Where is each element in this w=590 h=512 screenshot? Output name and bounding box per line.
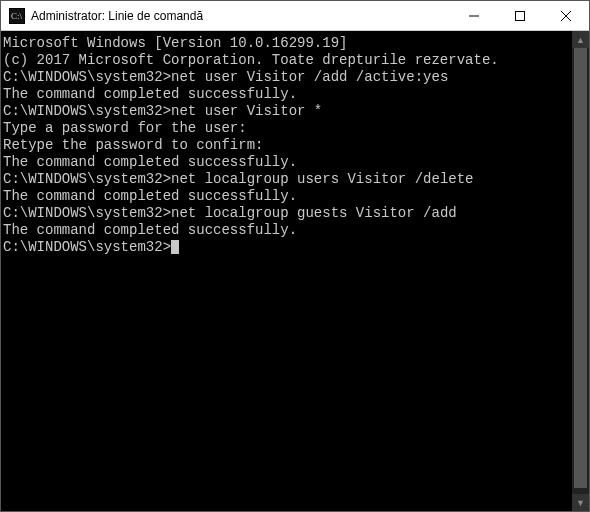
command-text: net localgroup users Visitor /delete [171,171,473,187]
banner-line: Microsoft Windows [Version 10.0.16299.19… [3,35,570,52]
output-line: The command completed successfully. [3,154,570,171]
command-text: net user Visitor /add /active:yes [171,69,448,85]
output-line: The command completed successfully. [3,86,570,103]
cmd-window: C:\ Administrator: Linie de comandă Micr… [0,0,590,512]
minimize-button[interactable] [451,1,497,30]
maximize-button[interactable] [497,1,543,30]
window-title: Administrator: Linie de comandă [31,9,451,23]
command-line: C:\WINDOWS\system32>net user Visitor * [3,103,570,120]
command-line: C:\WINDOWS\system32>net localgroup users… [3,171,570,188]
output-line: The command completed successfully. [3,188,570,205]
prompt: C:\WINDOWS\system32> [3,171,171,187]
command-text: net localgroup guests Visitor /add [171,205,457,221]
chevron-up-icon: ▲ [576,35,585,45]
terminal-output[interactable]: Microsoft Windows [Version 10.0.16299.19… [1,31,572,511]
output-line: Retype the password to confirm: [3,137,570,154]
banner-line: (c) 2017 Microsoft Corporation. Toate dr… [3,52,570,69]
window-controls [451,1,589,30]
chevron-down-icon: ▼ [576,498,585,508]
client-area: Microsoft Windows [Version 10.0.16299.19… [1,31,589,511]
titlebar[interactable]: C:\ Administrator: Linie de comandă [1,1,589,31]
prompt: C:\WINDOWS\system32> [3,69,171,85]
output-line: Type a password for the user: [3,120,570,137]
cursor [171,240,179,254]
command-text: net user Visitor * [171,103,322,119]
vertical-scrollbar[interactable]: ▲ ▼ [572,31,589,511]
command-line: C:\WINDOWS\system32>net localgroup guest… [3,205,570,222]
prompt: C:\WINDOWS\system32> [3,103,171,119]
output-line: The command completed successfully. [3,222,570,239]
close-button[interactable] [543,1,589,30]
scroll-up-button[interactable]: ▲ [572,31,589,48]
svg-rect-4 [516,11,525,20]
svg-text:C:\: C:\ [11,11,23,21]
scroll-thumb[interactable] [574,48,587,488]
cmd-icon: C:\ [9,8,25,24]
scroll-down-button[interactable]: ▼ [572,494,589,511]
command-line: C:\WINDOWS\system32>net user Visitor /ad… [3,69,570,86]
prompt: C:\WINDOWS\system32> [3,239,171,255]
prompt-line: C:\WINDOWS\system32> [3,239,570,256]
prompt: C:\WINDOWS\system32> [3,205,171,221]
